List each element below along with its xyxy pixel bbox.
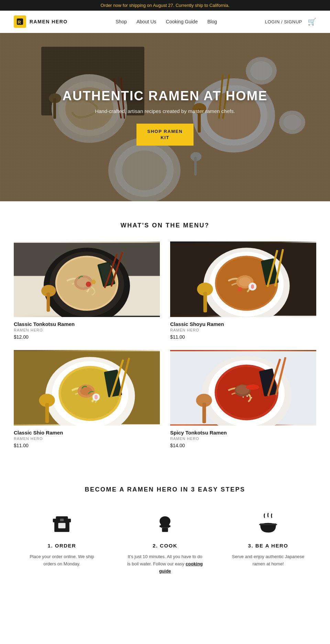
tonkotsu-price: $12.00 (14, 334, 160, 340)
nav-blog[interactable]: Blog (207, 19, 217, 24)
header-right: LOGIN / SIGNUP 🛒 (265, 18, 316, 26)
spicy-image (170, 350, 316, 426)
spicy-price: $14.00 (170, 443, 316, 448)
menu-item-tonkotsu[interactable]: Classic Tonkotsu Ramen RAMEN HERO $12.00 (14, 241, 160, 340)
cooking-guide-link[interactable]: cooking guide (159, 561, 203, 574)
hero-cta-line1: SHOP RAMEN (147, 129, 183, 134)
svg-rect-58 (204, 292, 207, 313)
menu-section-title: WHAT'S ON THE MENU? (14, 222, 316, 229)
tonkotsu-image (14, 241, 160, 317)
announcement-text: Order now for shipping on August 27. Cur… (100, 3, 229, 8)
svg-point-101 (162, 518, 169, 525)
step-order-desc: Place your order online. We ship orders … (24, 553, 100, 568)
login-signup-button[interactable]: LOGIN / SIGNUP (265, 19, 302, 24)
svg-rect-91 (202, 403, 206, 423)
hero-cta-line2: KIT (161, 135, 169, 140)
svg-rect-106 (259, 524, 277, 525)
logo-text: RAMEN HERO (30, 19, 68, 24)
header: R RAMEN HERO Shop About Us Cooking Guide… (0, 11, 330, 33)
svg-point-55 (251, 284, 254, 289)
shio-image (14, 350, 160, 426)
menu-item-shoyu[interactable]: Classic Shoyu Ramen RAMEN HERO $11.00 (170, 241, 316, 340)
shio-price: $11.00 (14, 443, 160, 448)
hero-content: AUTHENTIC RAMEN AT HOME Hand-crafted, ar… (63, 89, 268, 146)
step-hero: 3. BE A HERO Serve and enjoy authentic J… (220, 510, 316, 575)
step-cook-title: 2. COOK (153, 543, 177, 549)
shoyu-name: Classic Shoyu Ramen (170, 321, 316, 327)
logo[interactable]: R RAMEN HERO (14, 15, 68, 28)
shio-brand: RAMEN HERO (14, 437, 160, 441)
step-hero-desc: Serve and enjoy authentic Japanese ramen… (230, 553, 306, 568)
shoyu-price: $11.00 (170, 334, 316, 340)
svg-rect-97 (58, 523, 66, 529)
svg-rect-103 (162, 528, 168, 532)
tonkotsu-name: Classic Tonkotsu Ramen (14, 321, 160, 327)
svg-point-87 (246, 395, 248, 397)
step-order: 1. ORDER Place your order online. We shi… (14, 510, 110, 575)
svg-point-40 (86, 282, 91, 287)
menu-grid: Classic Tonkotsu Ramen RAMEN HERO $12.00 (14, 241, 316, 448)
shoyu-brand: RAMEN HERO (170, 328, 316, 332)
steps-grid: 1. ORDER Place your order online. We shi… (14, 510, 316, 575)
svg-text:R: R (18, 20, 21, 25)
svg-point-72 (95, 395, 98, 399)
steps-section-title: BECOME A RAMEN HERO IN 3 EASY STEPS (14, 486, 316, 493)
nav-cooking-guide[interactable]: Cooking Guide (166, 19, 198, 24)
cook-icon (151, 510, 179, 538)
svg-point-41 (91, 280, 96, 284)
svg-point-89 (243, 396, 244, 398)
step-cook-desc: It's just 10 minutes. All you have to do… (127, 553, 203, 575)
spicy-name: Spicy Tonkotsu Ramen (170, 430, 316, 436)
logo-icon: R (14, 15, 26, 28)
main-nav: Shop About Us Cooking Guide Blog (116, 19, 217, 24)
step-order-title: 1. ORDER (48, 543, 76, 549)
hero-icon (254, 510, 282, 538)
tonkotsu-brand: RAMEN HERO (14, 328, 160, 332)
steps-section: BECOME A RAMEN HERO IN 3 EASY STEPS 1. O… (0, 465, 330, 599)
nav-about[interactable]: About Us (136, 19, 156, 24)
svg-rect-74 (45, 403, 49, 423)
spicy-brand: RAMEN HERO (170, 437, 316, 441)
order-icon (48, 510, 76, 538)
svg-point-61 (238, 287, 242, 292)
hero-subtitle: Hand-crafted, artisan recipes created by… (63, 108, 268, 114)
hero-title: AUTHENTIC RAMEN AT HOME (63, 89, 268, 103)
announcement-bar: Order now for shipping on August 27. Cur… (0, 0, 330, 11)
hero-section: AUTHENTIC RAMEN AT HOME Hand-crafted, ar… (0, 33, 330, 201)
svg-rect-43 (47, 293, 50, 312)
nav-shop[interactable]: Shop (116, 19, 127, 24)
svg-point-85 (246, 384, 259, 389)
menu-item-spicy[interactable]: Spicy Tonkotsu Ramen RAMEN HERO $14.00 (170, 350, 316, 448)
svg-point-88 (251, 397, 252, 398)
menu-section: WHAT'S ON THE MENU? (0, 201, 330, 465)
shoyu-image (170, 241, 316, 317)
shop-ramen-kit-button[interactable]: SHOP RAMEN KIT (136, 124, 194, 146)
svg-rect-98 (60, 519, 64, 521)
svg-rect-102 (160, 526, 170, 527)
step-cook: 2. COOK It's just 10 minutes. All you ha… (117, 510, 213, 575)
shio-name: Classic Shio Ramen (14, 430, 160, 436)
step-hero-title: 3. BE A HERO (248, 543, 288, 549)
menu-item-shio[interactable]: Classic Shio Ramen RAMEN HERO $11.00 (14, 350, 160, 448)
cart-icon[interactable]: 🛒 (308, 18, 316, 26)
